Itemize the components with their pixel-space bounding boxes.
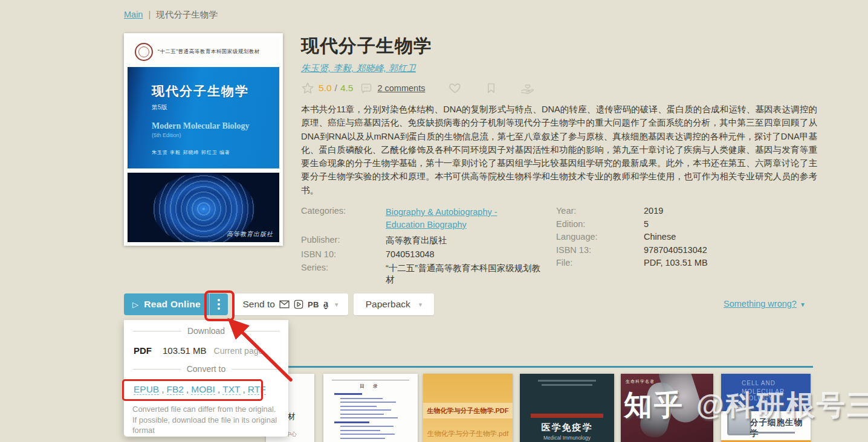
comma: , [218,384,220,394]
series-seal-icon [135,43,153,61]
star-icon [301,82,314,95]
donate-hand-heart-icon[interactable] [520,82,536,95]
meta-value: 高等教育出版社 [386,235,447,246]
meta-label: Categories: [301,206,386,231]
download-section-header: Download [132,326,280,336]
book-cover-image: “十二五”普通高等教育本科国家级规划教材 现代分子生物学 第5版 Modern … [128,37,279,242]
comma: , [243,384,245,394]
paperback-label: Paperback [366,299,410,310]
chevron-down-icon: ▾ [419,301,423,309]
book-detail-page: Main|现代分子生物学 “十二五”普通高等教育本科国家级规划教材 现代分子生物… [0,0,868,442]
kindle-icon [294,299,303,309]
watermark-account: @科研根号三 [696,386,868,424]
meta-label: File: [556,258,644,267]
related-book-thumbnail[interactable]: 目 录 [323,374,418,442]
cover-top-band: “十二五”普通高等教育本科国家级规划教材 [128,37,279,67]
play-icon: ▷ [132,300,138,309]
thumb-series-text: 生命科学名著 [626,379,655,385]
breadcrumb-separator: | [148,10,151,19]
cover-accent-band [531,414,603,418]
cover-micrograph: 高等教育出版社 [128,173,279,242]
meta-value: 9787040513042 [644,245,707,255]
meta-row: Publisher: 高等教育出版社 [301,235,549,246]
chevron-down-icon: ▼ [800,301,806,308]
download-pdf-row[interactable]: PDF 103.51 MB Current page [134,345,280,356]
thumb-editor-line [751,432,795,434]
download-format: PDF [134,345,152,356]
meta-row: Year: 2019 [556,206,756,216]
convert-section-header: Convert to [132,364,280,374]
download-options-button[interactable] [209,293,228,315]
meta-label: Edition: [556,219,644,229]
read-online-label: Read Online [144,299,201,310]
chevron-down-icon: ▾ [335,301,338,309]
convert-note: Converted file can differ from the origi… [132,404,281,436]
convert-mobi-link[interactable]: MOBI [191,384,215,395]
read-online-button[interactable]: ▷ Read Online [124,293,209,315]
cover-title-en: Modern Molecular Biology [152,121,279,131]
thumb-title: 医学免疫学 [520,422,614,434]
current-page-label: Current page [214,346,264,356]
authors-link[interactable]: 朱玉贤, 李毅, 郑晓峰, 郭红卫 [301,63,416,74]
book-rating-value: 5.0 [319,83,332,94]
thumb-text-fragment: 材 [288,411,296,422]
convert-fb2-link[interactable]: FB2 [167,384,184,395]
convert-txt-link[interactable]: TXT [222,384,240,395]
metadata-right-column: Year: 2019 Edition: 5 Language: Chinese … [556,206,756,271]
watermark: 知乎 @科研根号三 [624,386,868,424]
meta-row: Language: Chinese [556,232,756,242]
thumb-subtitle: Medical Immunology [520,435,614,441]
meta-value: 7040513048 [386,249,435,259]
thumb-subtitle: 生物化学与分子生物学.pdf [423,429,513,438]
breadcrumb-current: 现代分子生物学 [156,10,218,19]
something-wrong-label: Something wrong? [724,299,797,309]
meta-value: 2019 [644,206,663,216]
download-dropdown: Download PDF 103.51 MB Current page Conv… [124,320,288,437]
meta-value: “十二五”普通高等教育本科国家级规划教材 [386,263,549,286]
something-wrong-link[interactable]: Something wrong?▼ [724,299,806,309]
meta-row: Edition: 5 [556,219,756,229]
metadata-left-column: Categories: Biography & Autobiography - … [301,206,549,289]
comma: , [161,384,164,394]
convert-epub-link[interactable]: EPUB [134,384,159,395]
meta-row: ISBN 10: 7040513048 [301,249,549,259]
amazon-icon: a [323,299,328,309]
convert-header-label: Convert to [181,364,232,374]
favorite-heart-icon[interactable] [448,82,462,95]
meta-value: 5 [644,219,649,229]
toc-title: 目 录 [332,380,409,389]
meta-row: Series: “十二五”普通高等教育本科国家级规划教材 [301,263,549,286]
send-to-button[interactable]: Send to PB a ▾ [233,293,348,315]
related-book-thumbnail[interactable]: 医学免疫学 Medical Immunology [520,374,614,442]
comma: , [186,384,189,394]
meta-row: Categories: Biography & Autobiography - … [301,206,549,231]
related-book-thumbnail[interactable]: 生物化学与分子生物学.PDF 生物化学与分子生物学.pdf [423,374,513,442]
meta-row: File: PDF, 103.51 MB [556,258,756,267]
categories-link[interactable]: Biography & Autobiography - Education Bi… [386,206,517,231]
convert-links-row: EPUB,FB2,MOBI,TXT,RTF [134,384,280,395]
meta-label: ISBN 13: [556,245,644,255]
pocketbook-icon: PB [308,300,319,309]
meta-label: Publisher: [301,235,386,246]
cover-title: 现代分子生物学 [152,83,279,100]
meta-value: PDF, 103.51 MB [644,258,708,267]
comments-link[interactable]: 2 comments [360,82,425,94]
download-header-label: Download [181,326,231,336]
cover-edition-en: (5th Edition) [152,132,279,138]
paperback-button[interactable]: Paperback ▾ [354,293,434,315]
bookmark-icon[interactable] [485,82,497,95]
meta-value: Chinese [644,232,676,242]
rating-separator: / [335,83,337,94]
meta-label: Series: [301,263,386,286]
breadcrumb-main-link[interactable]: Main [124,10,143,19]
cover-authors: 朱玉贤 李毅 郑晓峰 郭红卫 编著 [152,149,279,156]
quality-rating-value: 4.5 [340,83,354,94]
cover-series-text: “十二五”普通高等教育本科国家级规划教材 [158,48,260,56]
convert-rtf-link[interactable]: RTF [248,384,266,395]
book-description: 本书共分11章，分别对染色体结构、DNA的复制形式与特点、DNA的转座、遗传密码… [301,103,817,197]
meta-row: ISBN 13: 9787040513042 [556,245,756,255]
toc-lines [332,393,409,439]
watermark-brand: 知乎 [624,386,684,424]
book-cover[interactable]: “十二五”普通高等教育本科国家级规划教材 现代分子生物学 第5版 Modern … [124,33,283,246]
download-size: 103.51 MB [163,345,207,356]
